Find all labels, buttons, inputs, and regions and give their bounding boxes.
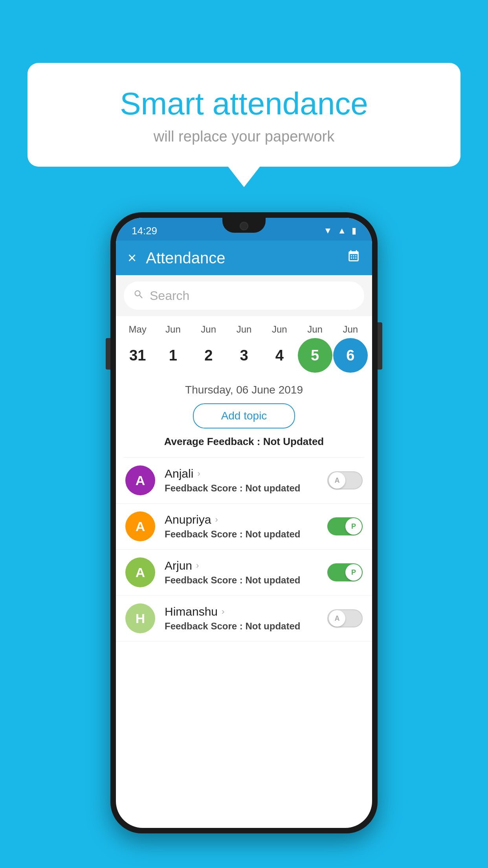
search-wrapper[interactable]: Search (124, 281, 364, 310)
wifi-icon: ▼ (323, 226, 332, 236)
avg-feedback-label: Average Feedback : (164, 436, 261, 447)
toggle-arjun-wrap: P (327, 563, 363, 581)
chevron-icon: › (222, 607, 224, 617)
student-item: A Anupriya › Feedback Score : Not update… (116, 504, 372, 550)
toggle-anupriya-wrap: P (327, 517, 363, 535)
search-container: Search (116, 275, 372, 316)
student-item: A Arjun › Feedback Score : Not updated (116, 550, 372, 596)
avatar-arjun: A (125, 557, 155, 587)
student-info-anjali: Anjali › Feedback Score : Not updated (165, 467, 327, 494)
avatar-anupriya: A (125, 511, 155, 541)
student-item: H Himanshu › Feedback Score : Not update… (116, 596, 372, 642)
student-item: A Anjali › Feedback Score : Not updated (116, 458, 372, 504)
notch (222, 218, 266, 233)
student-feedback-himanshu: Feedback Score : Not updated (165, 621, 327, 632)
student-info-anupriya: Anupriya › Feedback Score : Not updated (165, 513, 327, 540)
bubble-title: Smart attendance (47, 86, 441, 121)
date-4[interactable]: 4 (262, 338, 297, 373)
chevron-icon: › (215, 515, 218, 525)
app-header: × Attendance (116, 241, 372, 275)
close-button[interactable]: × (128, 250, 136, 265)
phone-container: 14:29 ▼ ▲ ▮ × Attendance (110, 212, 378, 833)
battery-icon: ▮ (352, 226, 356, 236)
month-jun-5: Jun (298, 324, 332, 335)
date-31[interactable]: 31 (120, 338, 155, 373)
month-jun-6: Jun (333, 324, 368, 335)
student-feedback-anupriya: Feedback Score : Not updated (165, 529, 327, 540)
student-info-arjun: Arjun › Feedback Score : Not updated (165, 559, 327, 586)
date-2[interactable]: 2 (191, 338, 226, 373)
signal-icon: ▲ (338, 226, 346, 236)
chevron-icon: › (196, 561, 199, 571)
toggle-knob-anupriya: P (345, 518, 362, 535)
student-list: A Anjali › Feedback Score : Not updated (116, 458, 372, 642)
month-jun-1: Jun (156, 324, 190, 335)
toggle-himanshu[interactable]: A (327, 609, 363, 627)
selected-date-label: Thursday, 06 June 2019 (124, 384, 364, 396)
toggle-knob-arjun: P (345, 564, 362, 581)
calendar-icon[interactable] (347, 250, 360, 266)
search-placeholder: Search (150, 289, 189, 303)
month-jun-4: Jun (262, 324, 297, 335)
avg-feedback: Average Feedback : Not Updated (124, 436, 364, 448)
chevron-icon: › (197, 469, 200, 479)
month-row: May Jun Jun Jun Jun Jun Jun (120, 324, 368, 335)
date-6[interactable]: 6 (333, 338, 368, 373)
info-section: Thursday, 06 June 2019 Add topic Average… (116, 377, 372, 457)
month-may: May (120, 324, 155, 335)
phone-outer: 14:29 ▼ ▲ ▮ × Attendance (110, 212, 378, 833)
status-time: 14:29 (132, 225, 157, 237)
search-icon (133, 289, 144, 303)
toggle-anupriya[interactable]: P (327, 517, 363, 535)
date-row: 31 1 2 3 4 5 6 (120, 338, 368, 373)
camera (240, 222, 248, 230)
toggle-anjali[interactable]: A (327, 471, 363, 489)
toggle-knob-anjali: A (329, 472, 345, 489)
student-name-himanshu[interactable]: Himanshu › (165, 605, 327, 618)
toggle-anjali-wrap: A (327, 471, 363, 489)
header-title: Attendance (146, 249, 338, 267)
date-3[interactable]: 3 (227, 338, 261, 373)
student-name-arjun[interactable]: Arjun › (165, 559, 327, 572)
date-1[interactable]: 1 (156, 338, 190, 373)
student-info-himanshu: Himanshu › Feedback Score : Not updated (165, 605, 327, 632)
toggle-himanshu-wrap: A (327, 609, 363, 627)
toggle-knob-himanshu: A (329, 610, 345, 627)
student-feedback-arjun: Feedback Score : Not updated (165, 575, 327, 586)
bubble-subtitle: will replace your paperwork (47, 128, 441, 145)
date-5[interactable]: 5 (298, 338, 332, 373)
avatar-anjali: A (125, 465, 155, 495)
month-jun-3: Jun (227, 324, 261, 335)
month-jun-2: Jun (191, 324, 226, 335)
speech-bubble: Smart attendance will replace your paper… (28, 63, 460, 167)
calendar-strip: May Jun Jun Jun Jun Jun Jun 31 1 2 3 4 5… (116, 316, 372, 377)
student-name-anupriya[interactable]: Anupriya › (165, 513, 327, 526)
add-topic-button[interactable]: Add topic (193, 403, 295, 428)
avg-feedback-value: Not Updated (263, 436, 324, 447)
student-feedback-anjali: Feedback Score : Not updated (165, 483, 327, 494)
phone-screen: 14:29 ▼ ▲ ▮ × Attendance (116, 218, 372, 828)
student-name-anjali[interactable]: Anjali › (165, 467, 327, 480)
status-icons: ▼ ▲ ▮ (323, 226, 356, 236)
avatar-himanshu: H (125, 603, 155, 633)
toggle-arjun[interactable]: P (327, 563, 363, 581)
